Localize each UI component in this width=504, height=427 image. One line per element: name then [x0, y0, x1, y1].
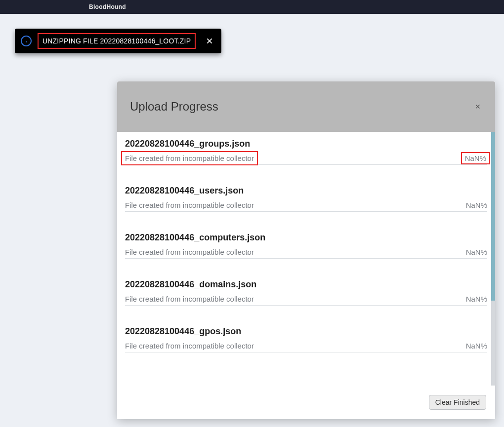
- toast-close-button[interactable]: [203, 34, 216, 48]
- scrollbar-track[interactable]: [491, 132, 495, 386]
- scrollbar-thumb[interactable]: [491, 132, 495, 301]
- file-percent: NaN%: [461, 152, 490, 164]
- clear-finished-button[interactable]: Clear Finished: [429, 395, 486, 410]
- file-status-row: File created from incompatible collector…: [125, 154, 487, 165]
- file-name: 20220828100446_groups.json: [125, 139, 487, 149]
- panel-body: 20220828100446_groups.json File created …: [117, 132, 495, 386]
- file-item: 20220828100446_computers.json File creat…: [125, 233, 487, 259]
- file-percent: NaN%: [466, 295, 487, 303]
- file-item: 20220828100446_users.json File created f…: [125, 186, 487, 212]
- panel-close-button[interactable]: ✕: [473, 102, 482, 111]
- file-status-row: File created from incompatible collector…: [125, 295, 487, 306]
- file-status: File created from incompatible collector: [125, 201, 254, 209]
- file-item: 20220828100446_domains.json File created…: [125, 279, 487, 306]
- file-name: 20220828100446_users.json: [125, 186, 487, 196]
- close-icon: ✕: [475, 103, 481, 111]
- info-icon: [21, 36, 32, 46]
- file-status: File created from incompatible collector: [125, 342, 254, 350]
- panel-header: Upload Progress ✕: [117, 81, 495, 132]
- panel-title: Upload Progress: [130, 100, 218, 114]
- file-status-row: File created from incompatible collector…: [125, 201, 487, 212]
- file-status: File created from incompatible collector: [121, 151, 258, 165]
- file-list: 20220828100446_groups.json File created …: [117, 132, 495, 352]
- file-name: 20220828100446_computers.json: [125, 233, 487, 243]
- titlebar: BloodHound: [0, 0, 504, 14]
- app-title: BloodHound: [89, 3, 126, 10]
- file-item: 20220828100446_groups.json File created …: [125, 139, 487, 165]
- file-item: 20220828100446_gpos.json File created fr…: [125, 326, 487, 352]
- panel-footer: Clear Finished: [117, 386, 495, 419]
- toast-message: UNZIPPING FILE 20220828100446_LOOT.ZIP: [38, 33, 196, 49]
- file-percent: NaN%: [466, 248, 487, 256]
- file-status: File created from incompatible collector: [125, 248, 254, 256]
- file-status-row: File created from incompatible collector…: [125, 248, 487, 259]
- file-percent: NaN%: [466, 342, 487, 350]
- file-status-row: File created from incompatible collector…: [125, 342, 487, 352]
- upload-progress-panel: Upload Progress ✕ 20220828100446_groups.…: [117, 81, 495, 419]
- unzip-toast: UNZIPPING FILE 20220828100446_LOOT.ZIP: [15, 29, 221, 53]
- file-status: File created from incompatible collector: [125, 295, 254, 303]
- file-name: 20220828100446_gpos.json: [125, 326, 487, 337]
- file-percent: NaN%: [466, 201, 487, 209]
- file-name: 20220828100446_domains.json: [125, 279, 487, 290]
